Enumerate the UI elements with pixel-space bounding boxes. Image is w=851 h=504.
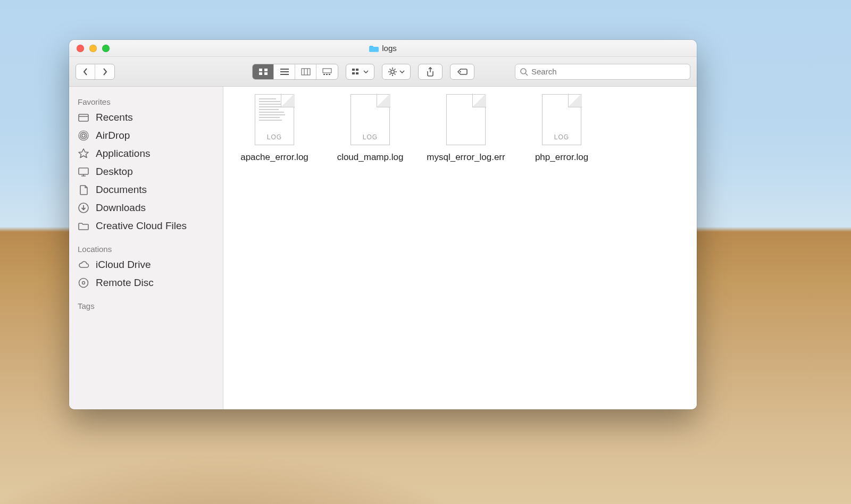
svg-rect-8 — [329, 74, 330, 75]
list-icon — [280, 68, 289, 75]
svg-rect-9 — [352, 69, 355, 71]
svg-rect-4 — [302, 69, 310, 75]
file-item[interactable]: LOGcloud_mamp.log — [324, 94, 416, 164]
svg-point-22 — [79, 279, 88, 288]
titlebar: logs — [69, 40, 697, 57]
zoom-button[interactable] — [102, 45, 110, 52]
sidebar-item-icloud[interactable]: iCloud Drive — [69, 256, 223, 274]
sidebar-item-label: Creative Cloud Files — [96, 220, 187, 232]
file-icon — [446, 94, 486, 145]
file-name-label: php_error.log — [535, 152, 588, 164]
svg-rect-11 — [352, 72, 355, 74]
svg-rect-7 — [326, 74, 328, 75]
sidebar-item-label: iCloud Drive — [96, 259, 151, 271]
sidebar-item-label: Desktop — [96, 166, 133, 178]
svg-point-13 — [391, 70, 394, 73]
sidebar-item-downloads[interactable]: Downloads — [69, 199, 223, 217]
file-item[interactable]: mysql_error_log.err — [420, 94, 512, 164]
sidebar-item-label: Remote Disc — [96, 277, 154, 289]
file-name-label: apache_error.log — [240, 152, 308, 164]
downloads-icon — [78, 202, 89, 214]
svg-rect-5 — [323, 69, 331, 73]
svg-rect-20 — [79, 168, 88, 174]
close-button[interactable] — [77, 45, 84, 52]
file-icon: LOG — [542, 94, 581, 145]
sidebar-heading-locations: Locations — [69, 240, 223, 256]
svg-point-17 — [82, 134, 85, 137]
columns-icon — [301, 68, 311, 75]
arrange-menu[interactable] — [346, 64, 374, 80]
gear-icon — [388, 67, 397, 77]
window-title-text: logs — [382, 44, 397, 53]
file-name-label: cloud_mamp.log — [337, 152, 404, 164]
svg-rect-6 — [323, 74, 325, 75]
finder-window: logs — [69, 40, 697, 409]
grid-icon — [258, 68, 268, 75]
toolbar — [69, 57, 697, 87]
svg-point-14 — [460, 71, 461, 72]
sidebar-item-label: Documents — [96, 184, 147, 196]
svg-rect-16 — [79, 114, 88, 121]
file-icon: LOG — [351, 94, 390, 145]
sidebar-item-desktop[interactable]: Desktop — [69, 163, 223, 181]
sidebar-item-label: Applications — [96, 148, 150, 159]
sidebar-item-documents[interactable]: Documents — [69, 181, 223, 199]
documents-icon — [78, 184, 89, 196]
svg-rect-3 — [264, 72, 268, 75]
sidebar-item-airdrop[interactable]: AirDrop — [69, 127, 223, 145]
view-list-button[interactable] — [274, 64, 295, 79]
view-gallery-button[interactable] — [316, 64, 338, 79]
action-menu[interactable] — [382, 64, 411, 80]
file-item[interactable]: LOGphp_error.log — [516, 94, 607, 164]
file-ext-label: LOG — [542, 133, 581, 141]
folder-icon — [78, 220, 89, 232]
applications-icon — [78, 148, 89, 159]
share-icon — [426, 67, 435, 77]
airdrop-icon — [78, 130, 89, 141]
sidebar-item-applications[interactable]: Applications — [69, 145, 223, 163]
sidebar: Favorites Recents AirDrop Applications D… — [69, 87, 223, 409]
sidebar-item-remote-disc[interactable]: Remote Disc — [69, 274, 223, 292]
chevron-down-icon — [363, 70, 369, 73]
svg-rect-12 — [356, 72, 358, 74]
window-title: logs — [69, 44, 697, 53]
file-icon: LOG — [255, 94, 294, 145]
tags-button[interactable] — [450, 64, 474, 80]
file-item[interactable]: LOGapache_error.log — [229, 94, 320, 164]
sidebar-heading-tags: Tags — [69, 297, 223, 313]
icloud-icon — [78, 259, 89, 271]
file-name-label: mysql_error_log.err — [427, 152, 505, 164]
share-button[interactable] — [418, 64, 443, 80]
svg-rect-1 — [264, 69, 268, 71]
svg-point-23 — [82, 282, 85, 284]
chevron-down-icon — [399, 70, 405, 73]
minimize-button[interactable] — [89, 45, 97, 52]
sidebar-item-recents[interactable]: Recents — [69, 108, 223, 127]
arrange-icon — [352, 68, 361, 75]
file-grid: LOGapache_error.logLOGcloud_mamp.logmysq… — [223, 87, 697, 409]
search-input[interactable] — [531, 67, 686, 76]
forward-button[interactable] — [95, 64, 114, 79]
sidebar-item-label: Recents — [96, 112, 133, 123]
view-icons-button[interactable] — [253, 64, 274, 79]
file-ext-label: LOG — [351, 133, 390, 141]
sidebar-item-creative-cloud[interactable]: Creative Cloud Files — [69, 217, 223, 235]
window-body: Favorites Recents AirDrop Applications D… — [69, 87, 697, 409]
svg-point-15 — [521, 69, 526, 74]
tag-icon — [457, 68, 468, 75]
svg-rect-2 — [259, 72, 262, 75]
remote-disc-icon — [78, 277, 89, 289]
chevron-right-icon — [102, 68, 108, 76]
view-columns-button[interactable] — [295, 64, 316, 79]
view-mode-segment — [252, 64, 338, 80]
back-button[interactable] — [76, 64, 95, 79]
svg-rect-0 — [259, 69, 262, 71]
recents-icon — [78, 112, 89, 123]
chevron-left-icon — [82, 68, 89, 76]
sidebar-heading-favorites: Favorites — [69, 93, 223, 108]
desktop-icon — [78, 166, 89, 178]
svg-point-18 — [80, 132, 87, 139]
nav-segment — [76, 64, 115, 80]
search-field[interactable] — [515, 64, 690, 80]
sidebar-item-label: Downloads — [96, 202, 146, 214]
